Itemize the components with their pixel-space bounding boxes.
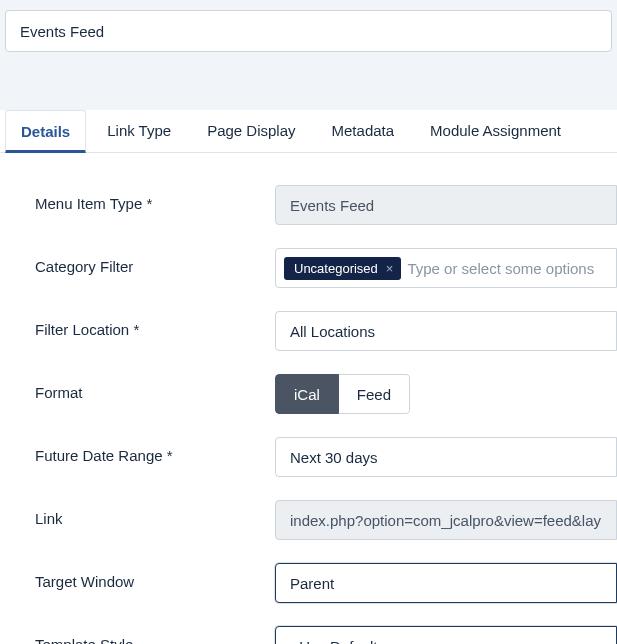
tab-module-assignment[interactable]: Module Assignment (415, 110, 576, 152)
label-link: Link (35, 500, 275, 527)
label-template-style: Template Style (35, 626, 275, 644)
label-menu-item-type: Menu Item Type * (35, 185, 275, 212)
details-panel: Menu Item Type * Events Feed Category Fi… (0, 153, 617, 644)
tag-remove-icon[interactable]: × (384, 261, 396, 276)
tabs: Details Link Type Page Display Metadata … (0, 110, 617, 153)
link-field: index.php?option=com_jcalpro&view=feed&l… (275, 500, 617, 540)
title-input[interactable] (5, 10, 612, 52)
label-category-filter: Category Filter (35, 248, 275, 275)
category-filter-placeholder: Type or select some options (407, 260, 594, 277)
target-window-select[interactable]: Parent (275, 563, 617, 603)
tab-page-display[interactable]: Page Display (192, 110, 310, 152)
category-tag-label: Uncategorised (294, 261, 378, 276)
label-future-date-range: Future Date Range * (35, 437, 275, 464)
tab-details[interactable]: Details (5, 110, 86, 153)
template-style-select[interactable]: - Use Default - (275, 626, 617, 644)
format-toggle: iCal Feed (275, 374, 410, 414)
category-tag: Uncategorised × (284, 257, 401, 280)
category-filter-field[interactable]: Uncategorised × Type or select some opti… (275, 248, 617, 288)
label-target-window: Target Window (35, 563, 275, 590)
format-feed-button[interactable]: Feed (339, 374, 410, 414)
format-ical-button[interactable]: iCal (275, 374, 339, 414)
menu-item-type-field[interactable]: Events Feed (275, 185, 617, 225)
label-filter-location: Filter Location * (35, 311, 275, 338)
tab-metadata[interactable]: Metadata (317, 110, 410, 152)
filter-location-select[interactable]: All Locations (275, 311, 617, 351)
label-format: Format (35, 374, 275, 401)
future-date-range-select[interactable]: Next 30 days (275, 437, 617, 477)
tab-link-type[interactable]: Link Type (92, 110, 186, 152)
